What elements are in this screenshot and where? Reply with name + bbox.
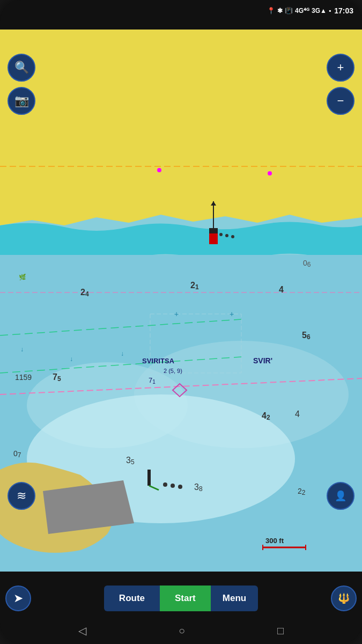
start-label: Start bbox=[175, 593, 196, 603]
location-icon: 📍 bbox=[267, 7, 275, 14]
svg-point-42 bbox=[219, 233, 223, 236]
menu-button[interactable]: Menu bbox=[211, 586, 258, 611]
menu-label: Menu bbox=[223, 593, 246, 603]
compass-icon: ≋ bbox=[17, 489, 26, 503]
svg-rect-45 bbox=[147, 470, 151, 486]
svg-point-49 bbox=[178, 485, 182, 489]
time-display: 17:03 bbox=[334, 6, 353, 15]
svg-text:2 (5, 9): 2 (5, 9) bbox=[164, 368, 182, 374]
svg-text:↓: ↓ bbox=[121, 350, 124, 357]
bottom-buttons: ➤ Route Start Menu 🔱 bbox=[0, 580, 362, 617]
plus-icon: + bbox=[337, 61, 344, 75]
signal-3g-icon: 3G▲ bbox=[312, 7, 327, 14]
svg-text:4: 4 bbox=[295, 409, 300, 419]
back-icon: ◁ bbox=[78, 625, 86, 636]
map-svg[interactable]: 24 21 4 06 56 1159 75 42 4 07 35 38 22 S… bbox=[0, 21, 362, 580]
back-button[interactable]: ◁ bbox=[78, 624, 86, 637]
svg-text:300 ft: 300 ft bbox=[265, 537, 284, 545]
camera-icon: 📷 bbox=[14, 94, 29, 108]
status-icons: 📍 ✱ 📳 4G⁴ᴳ 3G▲ ▪ bbox=[267, 7, 331, 14]
search-button[interactable]: 🔍 bbox=[8, 54, 35, 82]
svg-point-43 bbox=[225, 234, 228, 237]
phone-frame: 📍 ✱ 📳 4G⁴ᴳ 3G▲ ▪ 17:03 bbox=[0, 0, 362, 644]
svg-text:SVIR': SVIR' bbox=[253, 356, 272, 365]
status-bar: 📍 ✱ 📳 4G⁴ᴳ 3G▲ ▪ 17:03 bbox=[0, 0, 362, 21]
svg-text:+: + bbox=[174, 310, 179, 318]
svg-text:🌿: 🌿 bbox=[19, 273, 26, 281]
person-button[interactable]: 👤 bbox=[327, 482, 354, 510]
vibrate-icon: 📳 bbox=[285, 7, 293, 14]
compass-button[interactable]: ≋ bbox=[8, 482, 35, 510]
svg-text:+: + bbox=[230, 310, 234, 318]
svg-marker-2 bbox=[0, 30, 362, 225]
bluetooth-icon: ✱ bbox=[277, 7, 283, 14]
nav-arrow-button[interactable]: ➤ bbox=[5, 586, 31, 611]
minus-icon: − bbox=[337, 94, 344, 108]
svg-text:↓: ↓ bbox=[70, 355, 73, 363]
svg-text:SVIRITSA: SVIRITSA bbox=[142, 357, 175, 365]
home-icon: ○ bbox=[179, 625, 185, 636]
person-icon: 👤 bbox=[335, 490, 346, 502]
route-label: Route bbox=[119, 593, 145, 603]
profile-icon: 🔱 bbox=[338, 592, 350, 604]
map-container: 24 21 4 06 56 1159 75 42 4 07 35 38 22 S… bbox=[0, 21, 362, 580]
arrow-icon: ➤ bbox=[13, 591, 23, 605]
home-button[interactable]: ○ bbox=[179, 625, 185, 637]
recents-icon: □ bbox=[277, 625, 284, 636]
route-button[interactable]: Route bbox=[104, 586, 160, 611]
zoom-out-button[interactable]: − bbox=[327, 87, 354, 115]
battery-icon: ▪ bbox=[329, 7, 331, 14]
camera-button[interactable]: 📷 bbox=[8, 87, 35, 115]
search-icon: 🔍 bbox=[14, 61, 29, 75]
svg-rect-41 bbox=[209, 228, 218, 233]
svg-point-48 bbox=[171, 484, 175, 488]
bottom-nav: ➤ Route Start Menu 🔱 ◁ ○ bbox=[0, 580, 362, 644]
start-button[interactable]: Start bbox=[160, 586, 211, 611]
svg-text:↓: ↓ bbox=[20, 346, 24, 353]
signal-4g-icon: 4G⁴ᴳ bbox=[295, 7, 309, 14]
svg-point-35 bbox=[157, 168, 161, 172]
zoom-in-button[interactable]: + bbox=[327, 54, 354, 82]
svg-point-44 bbox=[231, 235, 234, 238]
svg-point-36 bbox=[268, 171, 272, 175]
recents-button[interactable]: □ bbox=[277, 625, 284, 637]
profile-button[interactable]: 🔱 bbox=[331, 586, 357, 611]
android-nav: ◁ ○ □ bbox=[0, 617, 362, 644]
svg-point-47 bbox=[163, 482, 167, 487]
svg-text:4: 4 bbox=[279, 285, 284, 294]
svg-text:1159: 1159 bbox=[15, 373, 32, 382]
